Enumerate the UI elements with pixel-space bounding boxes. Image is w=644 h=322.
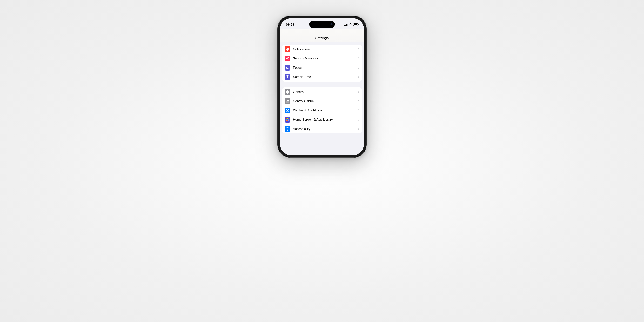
row-control-centre[interactable]: Control Centre (282, 96, 362, 106)
row-label: Sounds & Haptics (293, 56, 358, 60)
chevron-right-icon (358, 109, 360, 112)
row-display-brightness[interactable]: Display & Brightness (282, 106, 362, 115)
row-sounds-haptics[interactable]: Sounds & Haptics (282, 54, 362, 63)
hourglass-icon (284, 74, 290, 80)
chevron-right-icon (358, 76, 360, 78)
speaker-icon (284, 56, 290, 61)
svg-point-2 (286, 100, 287, 101)
svg-rect-19 (288, 119, 289, 120)
row-screen-time[interactable]: Screen Time (282, 72, 362, 82)
battery-icon (353, 24, 358, 26)
wifi-icon (349, 23, 352, 26)
row-focus[interactable]: Focus (282, 63, 362, 72)
svg-rect-22 (288, 120, 289, 121)
chevron-right-icon (358, 118, 360, 121)
row-notifications[interactable]: Notifications (282, 44, 362, 54)
svg-point-4 (288, 102, 289, 102)
page-title: Settings (315, 36, 329, 40)
svg-line-11 (288, 111, 289, 112)
chevron-right-icon (358, 57, 360, 60)
dynamic-island (309, 21, 335, 28)
chevron-right-icon (358, 90, 360, 93)
row-general[interactable]: General (282, 87, 362, 96)
bell-icon (284, 46, 290, 52)
svg-rect-17 (286, 119, 287, 120)
phone-mockup: 09:59 Settings (278, 16, 366, 158)
svg-point-0 (288, 48, 289, 49)
row-home-screen-app-library[interactable]: Home Screen & App Library (282, 115, 362, 124)
svg-line-13 (288, 109, 289, 110)
row-label: Notifications (293, 47, 358, 51)
brightness-icon (284, 108, 290, 113)
svg-point-24 (287, 128, 288, 128)
svg-point-5 (287, 110, 288, 111)
svg-line-12 (286, 111, 286, 112)
chevron-right-icon (358, 100, 360, 102)
row-label: Control Centre (293, 99, 358, 103)
svg-rect-21 (287, 120, 288, 121)
settings-group: Notifications Sounds & Haptics (282, 44, 362, 82)
chevron-right-icon (358, 48, 360, 50)
settings-group: General Control Centre (282, 87, 362, 134)
row-label: Display & Brightness (293, 108, 358, 112)
svg-rect-16 (288, 118, 289, 119)
navigation-bar: Settings (280, 29, 364, 42)
status-time: 09:59 (286, 23, 294, 26)
settings-list[interactable]: Notifications Sounds & Haptics (280, 42, 364, 134)
row-label: Accessibility (293, 127, 358, 131)
svg-rect-20 (286, 120, 287, 121)
row-label: Focus (293, 66, 358, 70)
chevron-right-icon (358, 66, 360, 69)
row-accessibility[interactable]: Accessibility (282, 124, 362, 134)
row-label: Screen Time (293, 75, 358, 79)
row-label: General (293, 90, 358, 94)
moon-icon (284, 65, 290, 70)
screen: 09:59 Settings (280, 18, 364, 155)
gear-icon (284, 89, 290, 95)
row-label: Home Screen & App Library (293, 118, 358, 122)
app-grid-icon (284, 117, 290, 122)
accessibility-icon (284, 126, 290, 132)
svg-rect-18 (287, 119, 288, 120)
svg-rect-15 (287, 118, 288, 119)
cellular-signal-icon (344, 24, 348, 26)
svg-line-10 (286, 109, 286, 110)
svg-rect-14 (286, 118, 287, 119)
switches-icon (284, 98, 290, 104)
chevron-right-icon (358, 128, 360, 130)
